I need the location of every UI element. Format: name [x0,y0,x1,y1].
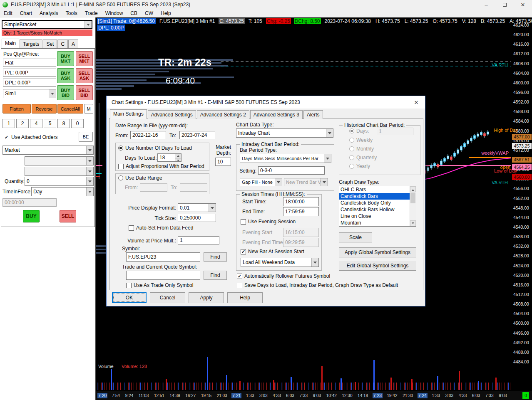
graph-draw-option[interactable]: Candlestick Body Only [339,200,410,206]
close-button[interactable]: ✕ [514,0,532,9]
graph-draw-option[interactable]: Line on Close [339,213,410,220]
setting-input[interactable]: 0-3-0 [258,166,325,175]
auto-rollover-checkbox[interactable]: ✓ [237,274,242,279]
quantity-preset-button[interactable]: 4 [30,119,42,128]
end-time-input[interactable]: 17:59:59 [283,207,319,216]
tick-size-input[interactable]: 0.250000 [178,214,216,222]
menu-item[interactable]: Window [102,10,127,17]
dialog-tab[interactable]: Advanced Settings 2 [197,110,249,119]
ok-button[interactable]: OK [112,292,147,303]
sell-market-button[interactable]: SELL MKT [76,51,93,66]
menu-item[interactable]: CW [141,10,157,17]
price-display-format-select[interactable]: 0.01 [178,203,216,212]
dialog-tab[interactable]: Main Settings [110,109,147,119]
market-depth-input[interactable]: 10 [215,158,231,166]
quantity-preset-button[interactable]: 5 [44,119,56,128]
adjust-proportional-checkbox[interactable] [118,164,124,169]
auto-set-checkbox[interactable] [129,225,134,231]
graph-draw-option[interactable]: Candlestick Bars Hollow [339,206,410,213]
tif-select[interactable]: Day [31,187,94,196]
scale-button[interactable]: Scale [339,232,372,242]
graph-draw-option[interactable]: OHLC Bars [339,186,410,193]
use-evening-checkbox[interactable] [241,219,246,225]
use-days-radio[interactable] [118,146,123,151]
trade-panel-tab[interactable]: Targets [20,40,42,48]
weekend-data-select[interactable]: Load All Weekend Data [241,258,319,267]
sell-bid-button[interactable]: SELL BID [76,85,93,100]
minimize-button[interactable]: – [477,0,495,9]
apply-button[interactable]: Apply [189,292,224,303]
cancel-all-button[interactable]: CancelAll [57,104,83,114]
hist-days-radio[interactable] [349,128,354,133]
trade-panel-tab[interactable]: A [68,40,78,48]
dialog-tab[interactable]: Alerts [303,110,323,119]
account-select[interactable]: Sim1 [3,89,56,98]
hist-option-radio[interactable] [349,164,354,169]
sell-ask-button[interactable]: SELL ASK [76,68,93,83]
cancel-button[interactable]: Cancel [150,292,185,303]
hist-option-radio[interactable] [349,155,354,160]
listbox-scrollbar[interactable] [410,186,416,226]
menu-item[interactable]: CB [127,10,141,17]
quantity-input[interactable]: 0 [25,177,94,186]
days-to-load-input[interactable]: 18 [157,153,181,162]
graph-draw-type-listbox[interactable]: OHLC BarsCandlestick BarsCandlestick Bod… [339,186,416,227]
menu-item[interactable]: Analysis [36,10,62,17]
menu-item[interactable]: Edit [0,10,16,17]
breakeven-button[interactable]: BE [79,132,93,142]
quantity-preset-button[interactable]: 0 [71,119,84,128]
quantity-preset-button[interactable]: 2 [16,119,29,128]
time-axis[interactable]: 7-207:549:2411:0312:5114:3916:2719:1521:… [96,391,532,400]
bar-period-type-select[interactable]: Days-Mins-Secs-Milliseconds Per Bar [240,154,331,163]
from-date-input[interactable]: 2022-12-16 [130,131,166,139]
trade-symbol-find-button[interactable]: Find [204,271,227,280]
help-button[interactable]: Help [227,292,263,303]
menu-item[interactable]: Tools [62,10,81,17]
maximize-button[interactable] [495,0,514,9]
days-to-load-spinner[interactable] [175,154,181,161]
trade-preset-select[interactable]: SimpleBracket [2,20,92,29]
save-defaults-checkbox[interactable] [237,283,242,288]
position-field[interactable]: Flat [3,59,56,67]
symbol-find-button[interactable]: Find [204,252,227,262]
scrollbar-thumb[interactable] [410,193,415,203]
use-attached-orders-checkbox[interactable]: ✓ [4,135,9,140]
trade-panel-tab[interactable]: Set [43,40,57,48]
dialog-tab[interactable]: Advanced Settings 3 [250,110,303,119]
buy-bid-button[interactable]: BUY BID [57,85,74,100]
symbol-input[interactable]: F.US.EPU23 [126,252,200,262]
new-bar-checkbox[interactable]: ✓ [241,249,246,254]
scroll-down-icon[interactable] [410,220,416,226]
trade-panel-tab[interactable]: C [57,40,68,48]
menu-item[interactable]: Help [157,10,175,17]
hist-option-radio[interactable] [349,146,354,151]
dialog-close-button[interactable]: ✕ [408,96,425,109]
price-scale[interactable]: 4624.004620.004616.004612.004608.004604.… [511,22,532,364]
apply-global-button[interactable]: Apply Global Symbol Settings [339,247,416,257]
sell-button[interactable]: SELL [60,210,76,222]
order-type-select[interactable]: Market [2,146,94,155]
menu-item[interactable]: Trade [81,10,102,17]
use-trade-only-checkbox[interactable] [126,283,132,288]
quantity-preset-button[interactable]: 1 [2,119,15,128]
gap-fill-select[interactable]: Gap Fill - None [240,178,282,186]
start-time-input[interactable]: 18:00:00 [283,197,319,206]
trade-panel-tab[interactable]: Main [2,39,19,48]
use-date-range-radio[interactable] [118,175,123,180]
flatten-button[interactable]: Flatten [2,104,31,114]
scroll-up-icon[interactable] [410,186,416,192]
modify-button[interactable]: M [84,104,93,114]
volume-mult-input[interactable]: 1 [178,236,219,244]
edit-global-button[interactable]: Edit Global Symbol Settings [339,261,416,271]
reverse-button[interactable]: Reverse [32,104,57,114]
buy-button[interactable]: BUY [23,210,40,222]
buy-market-button[interactable]: BUY MKT [57,51,74,66]
buy-ask-button[interactable]: BUY ASK [57,68,74,83]
hist-option-radio[interactable] [349,138,354,143]
chart-data-type-select[interactable]: Intraday Chart [236,128,333,138]
trade-symbol-input[interactable] [126,271,200,280]
to-date-input[interactable]: 2023-07-24 [179,131,215,139]
menu-item[interactable]: Chart [16,10,36,17]
graph-draw-option[interactable]: Mountain [339,220,410,226]
graph-draw-option[interactable]: Candlestick Bars [339,193,410,200]
